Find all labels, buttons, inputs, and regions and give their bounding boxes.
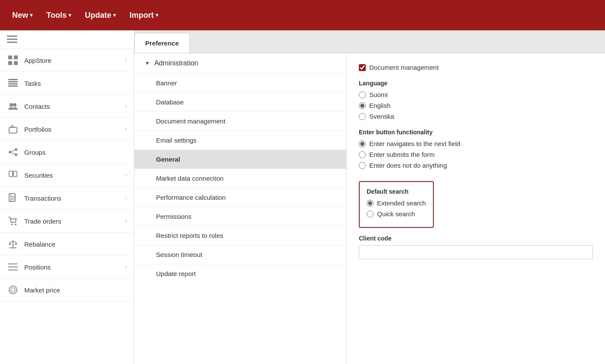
scale-icon (7, 238, 19, 250)
sidebar-item-positions[interactable]: Positions › (0, 256, 134, 279)
tools-button[interactable]: Tools ▾ (41, 7, 76, 23)
enter-next-field-label: Enter navigates to the next field (369, 140, 460, 147)
sidebar-item-trade-orders[interactable]: Trade orders › (0, 210, 134, 233)
quick-search-radio[interactable] (367, 211, 374, 218)
sidebar: AppStore › Tasks Contacts › Portfolios › (0, 30, 134, 364)
sidebar-item-label: Tasks (24, 80, 127, 87)
admin-menu-item-general[interactable]: General (134, 150, 346, 169)
document-management-checkbox[interactable] (359, 64, 366, 71)
admin-menu: ▼ Administration Banner Database Documen… (134, 53, 347, 364)
admin-menu-item-banner[interactable]: Banner (134, 73, 346, 92)
sidebar-item-rebalance[interactable]: Rebalance (0, 233, 134, 256)
language-section: Language Suomi English Svenska (359, 80, 593, 120)
expand-icon: ▼ (145, 60, 150, 66)
language-section-label: Language (359, 80, 593, 87)
tag-icon (7, 169, 19, 181)
admin-menu-item-document-management[interactable]: Document management (134, 111, 346, 130)
svg-rect-21 (9, 194, 15, 202)
svg-point-34 (9, 286, 17, 294)
extended-search-label: Extended search (377, 199, 426, 207)
sidebar-item-contacts[interactable]: Contacts › (0, 95, 134, 118)
arrow-icon: › (125, 57, 127, 63)
admin-menu-item-session-timeout[interactable]: Session timeout (134, 245, 346, 264)
language-svenska-label: Svenska (369, 113, 394, 120)
grid-icon (7, 54, 19, 66)
svg-rect-20 (13, 171, 17, 177)
enter-submit-label: Enter submits the form (369, 151, 435, 158)
sidebar-item-label: Trade orders (24, 218, 125, 225)
language-svenska-row: Svenska (359, 113, 593, 120)
enter-submit-radio[interactable] (359, 151, 366, 158)
svg-rect-2 (7, 42, 17, 43)
svg-rect-5 (8, 61, 12, 65)
sidebar-item-label: Securities (24, 172, 125, 179)
quick-search-label: Quick search (377, 210, 415, 218)
sidebar-item-label: Contacts (24, 103, 125, 110)
svg-rect-6 (14, 61, 18, 65)
sidebar-item-securities[interactable]: Securities › (0, 164, 134, 187)
svg-line-17 (11, 150, 15, 151)
admin-menu-item-performance-calculation[interactable]: Performance calculation (134, 188, 346, 207)
admin-menu-item-database[interactable]: Database (134, 92, 346, 111)
svg-rect-22 (11, 194, 15, 202)
import-button[interactable]: Import ▾ (124, 7, 163, 23)
svg-point-11 (10, 103, 13, 107)
people-icon (7, 100, 19, 112)
arrow-icon: › (125, 218, 127, 224)
sidebar-item-transactions[interactable]: Transactions › (0, 187, 134, 210)
admin-menu-item-permissions[interactable]: Permissions (134, 207, 346, 226)
language-english-radio[interactable] (359, 102, 366, 109)
language-svenska-radio[interactable] (359, 113, 366, 120)
svg-point-12 (13, 103, 16, 107)
client-code-input[interactable] (359, 245, 593, 259)
document-management-label: Document management (369, 64, 439, 71)
enter-nothing-radio[interactable] (359, 162, 366, 169)
language-suomi-radio[interactable] (359, 91, 366, 98)
enter-button-section: Enter button functionality Enter navigat… (359, 129, 593, 169)
svg-line-18 (11, 153, 15, 154)
sidebar-item-tasks[interactable]: Tasks (0, 72, 134, 95)
tab-preference[interactable]: Preference (134, 33, 190, 53)
new-chevron-icon: ▾ (30, 12, 33, 18)
sidebar-item-label: Market price (24, 286, 127, 294)
client-code-section: Client code (359, 235, 593, 259)
sidebar-item-market-price[interactable]: Market price (0, 279, 134, 302)
svg-point-16 (15, 153, 17, 156)
language-english-row: English (359, 102, 593, 109)
svg-rect-4 (14, 55, 18, 59)
svg-rect-8 (8, 81, 18, 82)
admin-menu-item-restrict-reports[interactable]: Restrict reports to roles (134, 226, 346, 245)
main-layout: AppStore › Tasks Contacts › Portfolios › (0, 30, 605, 364)
svg-rect-10 (8, 85, 18, 87)
sidebar-item-portfolios[interactable]: Portfolios › (0, 118, 134, 141)
svg-rect-19 (9, 171, 13, 177)
svg-point-14 (15, 148, 17, 151)
cart-icon (7, 215, 19, 227)
enter-next-field-radio[interactable] (359, 140, 366, 147)
admin-section-header[interactable]: ▼ Administration (134, 53, 346, 73)
admin-menu-item-market-data-connection[interactable]: Market data connection (134, 169, 346, 188)
enter-nothing-row: Enter does not do anything (359, 162, 593, 169)
sidebar-item-groups[interactable]: Groups (0, 141, 134, 164)
extended-search-radio[interactable] (367, 200, 374, 207)
svg-point-26 (11, 224, 13, 225)
arrow-icon: › (125, 126, 127, 132)
update-chevron-icon: ▾ (113, 12, 116, 18)
default-search-box: Default search Extended search Quick sea… (359, 181, 434, 228)
language-english-label: English (369, 102, 390, 109)
admin-menu-item-update-report[interactable]: Update report (134, 264, 346, 283)
sidebar-item-appstore[interactable]: AppStore › (0, 49, 134, 72)
new-button[interactable]: New ▾ (7, 7, 38, 23)
svg-rect-7 (8, 79, 18, 80)
briefcase-icon (7, 123, 19, 135)
sidebar-item-label: Positions (24, 263, 125, 271)
top-navigation-bar: New ▾ Tools ▾ Update ▾ Import ▾ (0, 0, 605, 30)
share-icon (7, 146, 19, 158)
sidebar-item-label: AppStore (24, 57, 125, 64)
arrow-icon: › (125, 103, 127, 109)
sidebar-item-label: Transactions (24, 195, 125, 202)
update-button[interactable]: Update ▾ (80, 7, 121, 23)
tools-chevron-icon: ▾ (68, 12, 71, 18)
admin-menu-item-email-settings[interactable]: Email settings (134, 130, 346, 150)
enter-submit-row: Enter submits the form (359, 151, 593, 158)
